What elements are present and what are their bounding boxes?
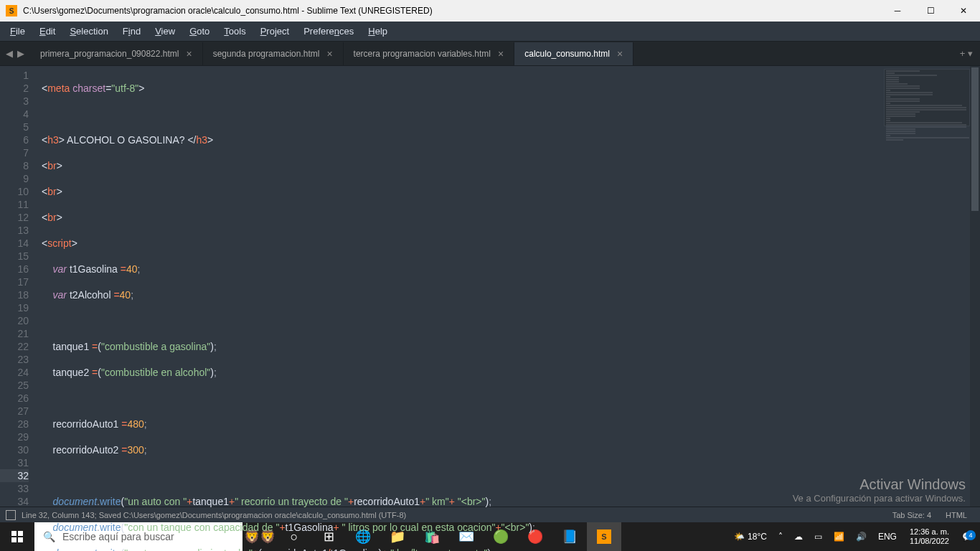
tab-segunda[interactable]: segunda programacion.html × — [203, 42, 344, 65]
line-number[interactable]: 23 — [0, 353, 29, 366]
start-button[interactable] — [0, 522, 34, 551]
line-number[interactable]: 7 — [0, 146, 29, 159]
editor-area: 1234567891011121314151617181920212223242… — [0, 66, 980, 507]
line-number[interactable]: 33 — [0, 482, 29, 495]
app-icon: S — [6, 5, 17, 17]
line-number[interactable]: 28 — [0, 418, 29, 430]
line-number[interactable]: 25 — [0, 379, 29, 392]
line-number[interactable]: 21 — [0, 327, 29, 340]
line-number[interactable]: 34 — [0, 495, 29, 508]
line-number[interactable]: 24 — [0, 366, 29, 379]
line-number[interactable]: 18 — [0, 288, 29, 301]
close-icon[interactable]: × — [326, 48, 332, 60]
svg-rect-0 — [11, 531, 17, 536]
line-number[interactable]: 17 — [0, 276, 29, 288]
minimize-button[interactable]: ─ — [881, 0, 914, 22]
line-number[interactable]: 16 — [0, 263, 29, 276]
line-number[interactable]: 29 — [0, 430, 29, 443]
tab-prev-icon[interactable]: ◀ — [6, 48, 13, 59]
menu-help[interactable]: Help — [361, 23, 395, 39]
menu-edit[interactable]: Edit — [32, 23, 62, 39]
svg-rect-3 — [18, 537, 23, 542]
line-number[interactable]: 13 — [0, 224, 29, 237]
line-gutter[interactable]: 1234567891011121314151617181920212223242… — [0, 66, 36, 507]
line-number[interactable]: 2 — [0, 82, 29, 95]
line-number[interactable]: 20 — [0, 314, 29, 327]
minimap[interactable] — [884, 69, 970, 126]
tab-primera[interactable]: primera_programacion_090822.html × — [30, 42, 203, 65]
line-number[interactable]: 8 — [0, 159, 29, 172]
line-number[interactable]: 19 — [0, 301, 29, 314]
menu-bar: File Edit Selection Find View Goto Tools… — [0, 22, 980, 42]
tab-next-icon[interactable]: ▶ — [17, 48, 24, 59]
menu-tools[interactable]: Tools — [217, 23, 253, 39]
menu-project[interactable]: Project — [253, 23, 296, 39]
tab-label: segunda programacion.html — [213, 49, 320, 59]
vertical-scrollbar[interactable] — [970, 66, 980, 507]
close-icon[interactable]: × — [186, 48, 192, 60]
tab-label: tercera programacion variables.html — [354, 49, 491, 59]
code-editor[interactable]: <meta charset="utf-8"> <h3> ALCOHOL O GA… — [36, 66, 980, 507]
svg-rect-2 — [11, 537, 17, 542]
menu-goto[interactable]: Goto — [182, 23, 217, 39]
line-number[interactable]: 4 — [0, 108, 29, 121]
line-number[interactable]: 12 — [0, 211, 29, 224]
menu-file[interactable]: File — [3, 23, 32, 39]
tab-bar: ◀ ▶ primera_programacion_090822.html × s… — [0, 42, 980, 66]
close-icon[interactable]: × — [617, 48, 623, 60]
line-number[interactable]: 22 — [0, 340, 29, 353]
status-icon[interactable] — [6, 510, 16, 520]
line-number[interactable]: 3 — [0, 95, 29, 108]
line-number[interactable]: 11 — [0, 198, 29, 211]
line-number[interactable]: 26 — [0, 392, 29, 405]
line-number[interactable]: 30 — [0, 443, 29, 456]
menu-preferences[interactable]: Preferences — [296, 23, 361, 39]
tab-label: calculo_consumo.html — [524, 49, 610, 59]
tray-notifications-icon[interactable]: 💬 — [958, 532, 977, 542]
line-number[interactable]: 14 — [0, 237, 29, 250]
maximize-button[interactable]: ☐ — [914, 0, 947, 22]
tab-tercera[interactable]: tercera programacion variables.html × — [344, 42, 515, 65]
line-number[interactable]: 10 — [0, 185, 29, 198]
tab-label: primera_programacion_090822.html — [40, 49, 179, 59]
close-button[interactable]: ✕ — [947, 0, 980, 22]
menu-view[interactable]: View — [148, 23, 182, 39]
line-number[interactable]: 31 — [0, 456, 29, 469]
window-titlebar: S C:\Users\gomez\Documents\programacion … — [0, 0, 980, 22]
line-number[interactable]: 27 — [0, 405, 29, 418]
window-title: C:\Users\gomez\Documents\programacion or… — [23, 6, 881, 16]
line-number[interactable]: 9 — [0, 172, 29, 185]
line-number[interactable]: 32 — [0, 469, 29, 482]
tab-add-button[interactable]: + ▾ — [953, 48, 980, 59]
menu-find[interactable]: Find — [116, 23, 148, 39]
line-number[interactable]: 6 — [0, 133, 29, 146]
line-number[interactable]: 1 — [0, 69, 29, 82]
line-number[interactable]: 5 — [0, 121, 29, 133]
tab-calculo[interactable]: calculo_consumo.html × — [514, 42, 633, 65]
close-icon[interactable]: × — [498, 48, 504, 60]
line-number[interactable]: 15 — [0, 250, 29, 263]
svg-rect-1 — [18, 531, 23, 536]
menu-selection[interactable]: Selection — [62, 23, 115, 39]
scrollbar-thumb[interactable] — [971, 67, 979, 211]
